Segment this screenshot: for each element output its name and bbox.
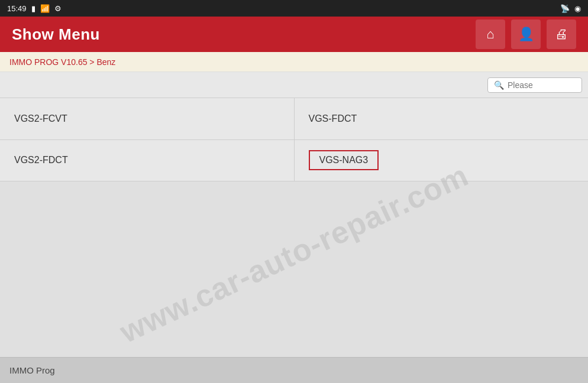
- items-table: VGS2-FCVT VGS-FDCT VGS2-FDCT VGS-NAG3: [0, 98, 588, 181]
- status-time: 15:49: [7, 4, 27, 13]
- header-icons: ⌂ 👤 🖨: [476, 20, 576, 49]
- search-bar: 🔍: [0, 72, 588, 98]
- search-input-wrap[interactable]: 🔍: [487, 77, 582, 93]
- table-row: VGS2-FCVT VGS-FDCT: [0, 98, 588, 139]
- cell-vgs-fdct: VGS-FDCT: [295, 113, 371, 124]
- main-layout: Show Menu ⌂ 👤 🖨 IMMO PROG V10.65 > Benz …: [0, 17, 588, 383]
- content-area: www.car-auto-repair.com VGS2-FCVT VGS-FD…: [0, 98, 588, 383]
- watermark: www.car-auto-repair.com: [0, 150, 588, 357]
- search-input[interactable]: [508, 80, 576, 90]
- header-title: Show Menu: [12, 25, 100, 44]
- settings-icon: ⚙: [54, 4, 62, 13]
- table-cell[interactable]: VGS-FDCT: [294, 98, 588, 139]
- header: Show Menu ⌂ 👤 🖨: [0, 17, 588, 52]
- table-cell[interactable]: VGS2-FCVT: [0, 98, 294, 139]
- print-button[interactable]: 🖨: [547, 20, 576, 49]
- print-icon: 🖨: [555, 27, 568, 42]
- status-bar-right: 📡 ◉: [560, 4, 581, 13]
- table-cell[interactable]: VGS-NAG3: [294, 139, 588, 181]
- selected-item: VGS-NAG3: [309, 150, 379, 170]
- cell-vgs-nag3: VGS-NAG3: [295, 155, 393, 165]
- table-cell[interactable]: VGS2-FDCT: [0, 139, 294, 181]
- bottom-bar-text: IMMO Prog: [9, 365, 55, 375]
- location-icon: ◉: [574, 4, 581, 13]
- watermark-text: www.car-auto-repair.com: [114, 157, 474, 350]
- breadcrumb: IMMO PROG V10.65 > Benz: [0, 52, 588, 72]
- user-icon: 👤: [518, 27, 534, 42]
- cell-vgs2-fdct: VGS2-FDCT: [0, 155, 82, 165]
- search-icon: 🔍: [494, 80, 504, 90]
- user-button[interactable]: 👤: [511, 20, 541, 49]
- breadcrumb-text: IMMO PROG V10.65 > Benz: [9, 57, 115, 67]
- bottom-bar: IMMO Prog: [0, 357, 588, 383]
- table-row: VGS2-FDCT VGS-NAG3: [0, 139, 588, 181]
- status-bar-left: 15:49 ▮ 📶 ⚙: [7, 4, 62, 13]
- signal-icon: 📶: [40, 4, 50, 13]
- status-bar: 15:49 ▮ 📶 ⚙ 📡 ◉: [0, 0, 588, 17]
- home-icon: ⌂: [486, 27, 494, 42]
- cell-vgs2-fcvt: VGS2-FCVT: [0, 113, 82, 124]
- wifi-icon: 📡: [560, 4, 570, 13]
- battery-icon: ▮: [31, 4, 35, 13]
- home-button[interactable]: ⌂: [476, 20, 505, 49]
